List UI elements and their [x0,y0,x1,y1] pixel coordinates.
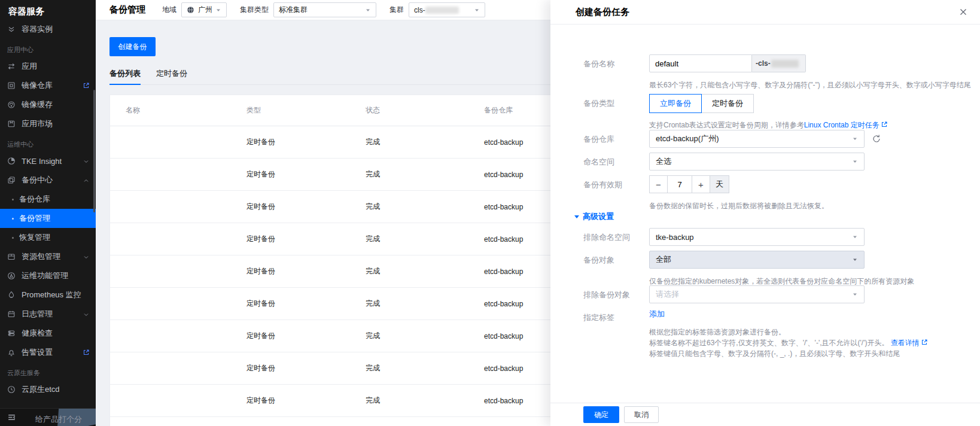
cell-status: 完成 [366,266,484,276]
backup-repo-select[interactable]: etcd-backup(广州) [649,130,865,148]
create-backup-button[interactable]: 创建备份 [109,37,156,56]
cancel-button[interactable]: 取消 [624,406,659,423]
sidebar-item-health-check[interactable]: 健康检查 [0,324,96,343]
sidebar-item-app[interactable]: 应用 [0,57,96,76]
backup-objects-select[interactable]: 全部 [649,251,865,269]
cluster-select[interactable]: cls- [409,2,485,17]
cell-type: 定时备份 [246,169,366,179]
sidebar-item-container-instance[interactable]: 容器实例 [0,20,96,39]
sidebar-item-备份管理[interactable]: 备份管理 [0,209,96,228]
add-tag-link[interactable]: 添加 [649,309,665,318]
stepper-minus-button[interactable]: − [649,175,668,193]
validity-unit: 天 [710,175,729,193]
cell-status: 完成 [366,137,484,147]
exclude-objects-select[interactable]: 请选择 [649,285,865,303]
backup-objects-value: 全部 [656,254,671,265]
prometheus-icon [7,291,16,299]
sidebar-item-tke-insight[interactable]: TKE Insight [0,151,96,171]
sidebar-item-label: 健康检查 [22,328,90,339]
stepper-plus-button[interactable]: + [692,175,710,193]
view-details-link[interactable]: 查看详情 [891,339,920,347]
sidebar-item-log-management[interactable]: 日志管理 [0,305,96,324]
backup-type-immediate[interactable]: 立即备份 [649,94,702,113]
cell-type: 定时备份 [246,137,366,147]
sidebar-item-ops-feature[interactable]: 运维功能管理 [0,266,96,285]
namespace-select[interactable]: 全选 [649,153,865,171]
bullet-dot [12,218,14,220]
external-link-icon [83,349,90,356]
sidebar-item-恢复管理[interactable]: 恢复管理 [0,228,96,247]
cell-status: 完成 [366,395,484,406]
sidebar-item-label: 告警设置 [22,347,80,358]
chevron-down-icon [852,291,858,297]
globe-icon [187,6,194,14]
suffix-prefix: -cls- [756,59,771,68]
backup-name-field: -cls- [649,54,806,72]
validity-value[interactable]: 7 [667,175,692,193]
redacted-cluster-id [425,7,459,14]
sidebar-scrollbar[interactable] [93,90,95,212]
region-value: 广州 [198,5,212,15]
advanced-settings-label: 高级设置 [583,211,614,222]
sidebar-item-resource-package[interactable]: 资源包管理 [0,247,96,266]
backup-objects-label: 备份对象 [583,251,649,266]
cell-type: 定时备份 [246,331,366,341]
cluster-type-select[interactable]: 标准集群 [273,2,376,17]
sidebar-item-label: Prometheus 监控 [22,290,90,300]
sidebar-item-label: 镜像缓存 [22,99,90,110]
sidebar-item-备份仓库[interactable]: 备份仓库 [0,190,96,209]
cell-status: 完成 [366,234,484,244]
backup-repo-label: 备份仓库 [583,130,649,145]
tags-hint-2: 标签键名称不超过63个字符,仅支持英文、数字、'/'、'-',且不允许以('/'… [649,337,956,348]
backup-name-hint: 最长63个字符，只能包含小写字母、数字及分隔符("-")，且必须以小写字母开头、… [649,80,980,90]
crontab-hint: 支持Crontab表达式设置定时备份周期，详情参考Linux Crontab 定… [649,120,956,130]
sidebar-item-backup-center[interactable]: 备份中心 [0,171,96,190]
crontab-hint-text: 支持Crontab表达式设置定时备份周期，详情参考 [649,121,804,129]
sidebar-item-prometheus[interactable]: Prometheus 监控 [0,285,96,305]
chevron-down-icon [83,157,90,165]
rate-product-link[interactable]: 给产品打个分 [35,410,96,425]
sidebar-item-alarm-settings[interactable]: 告警设置 [0,343,96,362]
backup-name-input[interactable] [649,54,752,72]
backup-type-label: 备份类型 [583,94,649,109]
tags-label: 指定标签 [583,308,649,323]
sidebar-item-label: 容器实例 [22,24,90,35]
chevron-down-icon [365,7,371,13]
tab-backup-list[interactable]: 备份列表 [109,63,141,84]
sidebar-section-label: 云原生服务 [0,362,96,380]
cell-type: 定时备份 [246,234,366,244]
namespace-label: 命名空间 [583,153,649,168]
confirm-button[interactable]: 确定 [583,406,619,423]
cell-type: 定时备份 [246,363,366,373]
backup-name-suffix: -cls- [752,54,806,72]
exclude-objects-label: 排除备份对象 [583,285,649,300]
exclude-namespace-value: tke-backup [656,233,694,242]
backup-center-icon [7,176,16,184]
exclude-namespace-select[interactable]: tke-backup [649,228,865,246]
sidebar-item-cloud-native-etcd[interactable]: 云原生etcd [0,380,96,399]
crontab-doc-link[interactable]: Linux Crontab 定时任务 [804,121,879,129]
chevron-down-icon [215,7,221,13]
tab-scheduled-backup[interactable]: 定时备份 [156,63,187,84]
sidebar-item-app-market[interactable]: 应用市场 [0,114,96,133]
tags-hint-3: 标签键值只能包含字母、数字及分隔符(-, _, .)，且必须以字母、数字开头和结… [649,348,956,359]
external-link-icon [881,121,888,128]
sidebar-item-image-cache[interactable]: 镜像缓存 [0,95,96,114]
sidebar-item-label: 日志管理 [22,309,83,320]
collapse-sidebar-icon[interactable] [7,413,16,422]
backup-type-scheduled[interactable]: 定时备份 [701,94,754,113]
advanced-settings-toggle[interactable]: 高级设置 [574,211,614,222]
log-management-icon [7,310,16,318]
product-title: 容器服务 [0,0,96,20]
region-select[interactable]: 广州 [181,2,227,17]
cell-status: 完成 [366,331,484,341]
close-icon[interactable] [958,7,968,17]
bullet-dot [12,237,14,239]
backup-name-label: 备份名称 [583,54,649,69]
tags-hint-1: 根据您指定的标签筛选资源对象进行备份。 [649,327,956,337]
refresh-icon[interactable] [872,134,881,144]
sidebar-item-label: 应用 [22,61,90,72]
app-icon [7,62,16,71]
sidebar-item-image-registry[interactable]: 镜像仓库 [0,76,96,95]
chevron-down-icon [474,7,480,13]
